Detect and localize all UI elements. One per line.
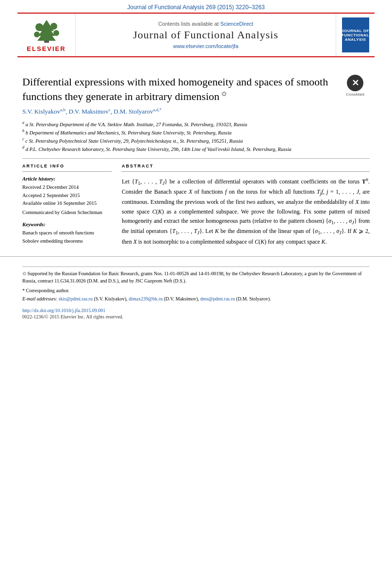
abstract-label: ABSTRACT [122,164,370,168]
affiliation-c: c c St. Petersburg Polytechnical State U… [22,136,370,145]
email-link-3[interactable]: dms@pdmi.ras.ru [200,296,235,301]
article-info-divider [22,171,112,172]
accepted-date: Accepted 2 September 2015 [22,192,112,200]
journal-header-bar: ELSEVIER Contents lists available at Sci… [17,13,375,57]
email-line: E-mail addresses: skis@pdmi.ras.ru (S.V.… [22,295,370,303]
crossmark-x-icon: ✕ [352,79,359,87]
svg-point-7 [53,30,59,36]
affiliation-a: a a St. Petersburg Department of the V.A… [22,120,370,128]
article-title-section: Differential expressions with mixed homo… [22,75,370,103]
elsevier-wordmark: ELSEVIER [27,45,65,52]
affiliations: a a St. Petersburg Department of the V.A… [22,120,370,153]
svg-point-5 [50,23,57,30]
abstract-divider [122,171,370,172]
email-link-2[interactable]: dimax239@bk.ru [129,296,163,301]
page: Journal of Functional Analysis 269 (2015… [0,0,392,564]
footnote-corresponding: * Corresponding author. [22,287,370,295]
footnote-divider [22,266,370,267]
available-date: Available online 16 September 2015 [22,199,112,208]
keyword-2: Sobolev embedding theorems [22,237,112,246]
doi-line[interactable]: http://dx.doi.org/10.1016/j.jfa.2015.09.… [22,308,370,313]
star-footnote-icon: ✩ [219,90,227,97]
received-date: Received 2 December 2014 [22,183,112,192]
elsevier-tree-icon [30,17,64,44]
main-content: Differential expressions with mixed homo… [0,57,392,247]
abstract-text: Let {T1, . . . , TJ} be a collection of … [122,176,370,247]
crossmark-circle: ✕ [347,75,363,91]
journal-info-center: Contents lists available at ScienceDirec… [76,14,336,56]
section-divider [22,158,370,159]
footnote-star-text: ✩ Supported by the Russian Foundation fo… [22,270,370,285]
footnotes-area: ✩ Supported by the Russian Foundation fo… [0,256,392,324]
journal-citation-header: Journal of Functional Analysis 269 (2015… [0,0,392,13]
article-info-column: ARTICLE INFO Article history: Received 2… [22,164,112,247]
journal-thumbnail-box: JOURNAL OFFUNCTIONALANALYSIS [336,14,375,56]
affiliation-d: d d P.L. Chebyshev Research laboratory, … [22,145,370,153]
journal-url[interactable]: www.elsevier.com/locate/jfa [173,43,239,49]
contents-available-line: Contents lists available at ScienceDirec… [158,21,253,27]
elsevier-logo-box: ELSEVIER [17,14,76,56]
journal-thumbnail: JOURNAL OFFUNCTIONALANALYSIS [342,17,369,52]
crossmark-badge: ✕ CrossMark [341,75,370,97]
keyword-1: Banach spaces of smooth functions [22,229,112,237]
communicated-by: Communicated by Gideon Schechtman [22,209,112,216]
journal-citation-text: Journal of Functional Analysis 269 (2015… [127,4,265,11]
journal-title-header: Journal of Functional Analysis [133,29,278,41]
abstract-column: ABSTRACT Let {T1, . . . , TJ} be a colle… [122,164,370,247]
article-title: Differential expressions with mixed homo… [22,75,370,103]
email-link-1[interactable]: skis@pdmi.ras.ru [59,296,93,301]
article-info-label: ARTICLE INFO [22,164,112,168]
sciencedirect-link[interactable]: ScienceDirect [220,21,253,27]
authors-line: S.V. Kislyakova,b, D.V. Maksimovc, D.M. … [22,107,370,116]
crossmark-label: CrossMark [346,92,365,97]
svg-point-6 [34,32,40,37]
svg-point-4 [35,23,43,31]
copyright-line: 0022-1236/© 2015 Elsevier Inc. All right… [22,314,370,319]
keywords-label: Keywords: [22,221,112,227]
article-history-label: Article history: [22,176,112,182]
article-info-abstract: ARTICLE INFO Article history: Received 2… [22,164,370,247]
affiliation-b: b b Department of Mathematics and Mechan… [22,128,370,136]
